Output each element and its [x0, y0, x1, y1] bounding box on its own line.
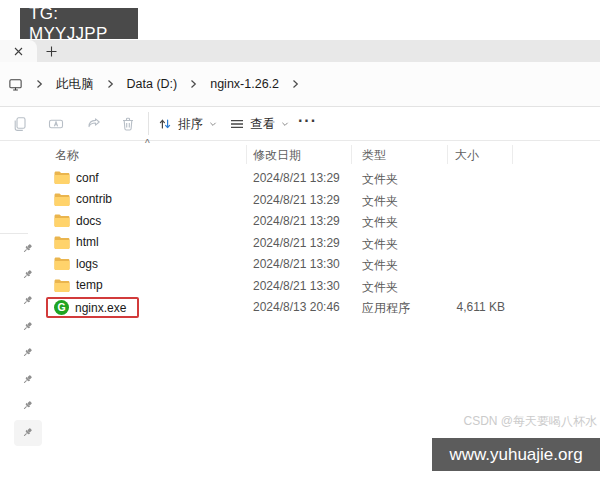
pin-icon[interactable]	[21, 426, 34, 439]
breadcrumb-chevron-icon[interactable]	[107, 79, 114, 89]
view-label: 查看	[250, 116, 275, 133]
file-size: 4,611 KB	[405, 300, 505, 314]
column-divider[interactable]	[512, 145, 513, 164]
file-row[interactable]: G docs 2024/8/21 13:29 文件夹	[0, 210, 600, 232]
file-date: 2024/8/13 20:46	[253, 300, 340, 314]
rename-icon[interactable]	[48, 116, 64, 132]
file-type: 文件夹	[362, 257, 398, 274]
file-name: nginx.exe	[75, 301, 126, 315]
folder-icon	[54, 171, 70, 184]
file-name-cell[interactable]: G contrib	[46, 189, 120, 211]
tg-banner: TG: MYYJJPP	[20, 8, 138, 39]
file-date: 2024/8/21 13:29	[253, 236, 340, 250]
breadcrumb-chevron-icon[interactable]	[36, 79, 43, 89]
more-options-button[interactable]: ···	[298, 109, 317, 133]
pin-icon[interactable]	[21, 268, 34, 281]
pin-icon[interactable]	[21, 399, 34, 412]
this-pc-icon[interactable]	[8, 77, 23, 92]
column-divider[interactable]	[351, 145, 352, 164]
column-divider[interactable]	[246, 145, 247, 164]
column-header-type[interactable]: 类型	[362, 147, 386, 164]
view-icon	[230, 117, 244, 131]
tab-close-icon[interactable]	[14, 47, 23, 56]
column-header-size[interactable]: 大小	[455, 147, 479, 164]
breadcrumb: 此电脑 Data (D:) nginx-1.26.2	[8, 74, 310, 94]
file-date: 2024/8/21 13:30	[253, 257, 340, 271]
sort-ascending-indicator: ^	[145, 138, 150, 149]
site-watermark-text: www.yuhuajie.org	[449, 445, 582, 465]
sort-button[interactable]: 排序	[158, 112, 217, 136]
sort-icon	[158, 117, 172, 131]
file-row[interactable]: G contrib 2024/8/21 13:29 文件夹	[0, 189, 600, 211]
chevron-down-icon	[281, 120, 289, 128]
delete-icon[interactable]	[120, 116, 136, 132]
site-watermark: www.yuhuajie.org	[432, 438, 600, 471]
file-name-cell[interactable]: G conf	[46, 167, 107, 189]
file-type: 文件夹	[362, 214, 398, 231]
file-name-cell[interactable]: G html	[46, 232, 107, 254]
file-date: 2024/8/21 13:29	[253, 171, 340, 185]
nginx-app-icon: G	[54, 300, 69, 315]
column-header-date[interactable]: 修改日期	[253, 147, 301, 164]
file-name: docs	[76, 214, 101, 228]
pin-icon[interactable]	[21, 373, 34, 386]
file-row[interactable]: G logs 2024/8/21 13:30 文件夹	[0, 253, 600, 275]
file-name: html	[76, 235, 99, 249]
sort-label: 排序	[178, 116, 203, 133]
file-type: 文件夹	[362, 279, 398, 296]
breadcrumb-chevron-icon[interactable]	[292, 79, 299, 89]
breadcrumb-item-drive-d[interactable]: Data (D:)	[125, 76, 180, 92]
folder-icon	[54, 236, 70, 249]
folder-icon	[54, 257, 70, 270]
file-name: conf	[76, 171, 99, 185]
file-date: 2024/8/21 13:29	[253, 214, 340, 228]
new-tab-button[interactable]	[42, 42, 60, 60]
pin-icon[interactable]	[21, 242, 34, 255]
file-name-cell[interactable]: G nginx.exe	[46, 297, 139, 318]
file-type: 文件夹	[362, 193, 398, 210]
breadcrumb-item-this-pc[interactable]: 此电脑	[54, 75, 96, 94]
file-date: 2024/8/21 13:29	[253, 193, 340, 207]
file-name-cell[interactable]: G docs	[46, 210, 109, 232]
file-list: G conf 2024/8/21 13:29 文件夹 G contrib 202…	[0, 167, 600, 318]
copy-icon[interactable]	[12, 116, 28, 132]
file-name-cell[interactable]: G temp	[46, 275, 111, 297]
breadcrumb-chevron-icon[interactable]	[190, 79, 197, 89]
toolbar-divider	[148, 112, 149, 135]
file-name: temp	[76, 278, 103, 292]
file-type: 应用程序	[362, 300, 410, 317]
column-header-row: 名称 ^ 修改日期 类型 大小	[0, 143, 600, 165]
file-name-cell[interactable]: G logs	[46, 253, 106, 275]
pin-icon[interactable]	[21, 294, 34, 307]
column-divider[interactable]	[447, 145, 448, 164]
file-row[interactable]: G nginx.exe 2024/8/13 20:46 应用程序 4,611 K…	[0, 296, 600, 318]
file-date: 2024/8/21 13:30	[253, 279, 340, 293]
file-row[interactable]: G conf 2024/8/21 13:29 文件夹	[0, 167, 600, 189]
view-button[interactable]: 查看	[230, 112, 289, 136]
folder-icon	[54, 193, 70, 206]
nav-pane-divider	[0, 233, 28, 234]
file-type: 文件夹	[362, 171, 398, 188]
share-icon[interactable]	[86, 116, 102, 132]
pin-icon[interactable]	[21, 320, 34, 333]
file-name: contrib	[76, 192, 112, 206]
file-type: 文件夹	[362, 236, 398, 253]
file-name: logs	[76, 257, 98, 271]
chevron-down-icon	[209, 120, 217, 128]
folder-icon	[54, 279, 70, 292]
tg-banner-text: TG: MYYJJPP	[29, 4, 138, 44]
column-header-name[interactable]: 名称	[55, 147, 79, 164]
file-row[interactable]: G temp 2024/8/21 13:30 文件夹	[0, 275, 600, 297]
pin-icon[interactable]	[21, 346, 34, 359]
csdn-watermark: CSDN @每天要喝八杯水	[463, 413, 597, 430]
folder-icon	[54, 214, 70, 227]
breadcrumb-item-nginx-folder[interactable]: nginx-1.26.2	[208, 76, 281, 92]
file-row[interactable]: G html 2024/8/21 13:29 文件夹	[0, 232, 600, 254]
